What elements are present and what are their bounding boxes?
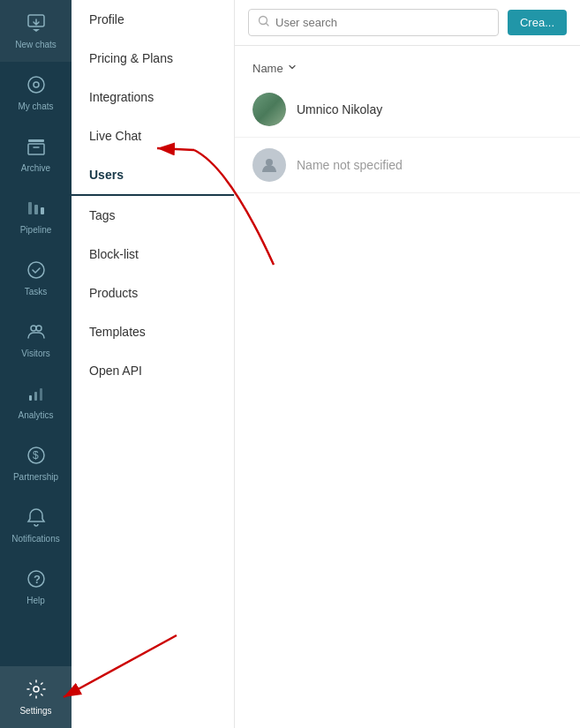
sidebar-item-analytics[interactable]: Analytics [0, 371, 72, 432]
table-row[interactable]: Umnico Nikolay [235, 82, 580, 138]
settings-menu-block-list[interactable]: Block-list [72, 235, 234, 274]
settings-menu-profile[interactable]: Profile [72, 0, 234, 39]
analytics-icon [26, 383, 47, 407]
sidebar-item-archive[interactable]: Archive [0, 124, 72, 185]
settings-menu-pricing[interactable]: Pricing & Plans [72, 39, 234, 78]
sidebar: New chats My chats Archive [0, 0, 72, 728]
pipeline-icon [26, 198, 47, 221]
svg-point-9 [31, 326, 36, 331]
user-search-input[interactable] [275, 16, 489, 29]
sidebar-item-analytics-label: Analytics [18, 410, 53, 421]
search-box[interactable] [248, 9, 499, 36]
svg-point-10 [36, 326, 41, 331]
visitors-icon [26, 321, 47, 345]
settings-menu-open-api[interactable]: Open API [72, 351, 234, 390]
sidebar-item-pipeline-label: Pipeline [20, 225, 52, 236]
sidebar-item-tasks-label: Tasks [25, 287, 48, 297]
name-filter[interactable]: Name [235, 55, 580, 82]
name-filter-label: Name [252, 62, 283, 75]
svg-rect-12 [34, 392, 37, 401]
sidebar-item-visitors-label: Visitors [21, 349, 50, 359]
my-chats-icon [26, 74, 47, 98]
avatar [252, 148, 286, 182]
main-content: Crea... Name Umnico Nikolay [235, 0, 580, 728]
user-name: Umnico Nikolay [297, 102, 382, 116]
settings-menu-integrations[interactable]: Integrations [72, 78, 234, 116]
sidebar-item-my-chats-label: My chats [18, 101, 53, 112]
settings-menu-templates[interactable]: Templates [72, 312, 234, 351]
svg-text:$: $ [33, 449, 39, 462]
create-button[interactable]: Crea... [508, 10, 567, 35]
svg-rect-3 [28, 139, 44, 142]
sidebar-item-partnership-label: Partnership [13, 472, 58, 483]
sidebar-item-settings[interactable]: Settings [0, 666, 72, 728]
help-icon: ? [26, 568, 47, 592]
search-icon [258, 15, 270, 30]
svg-point-18 [34, 687, 39, 692]
notifications-icon [26, 507, 47, 530]
settings-menu-live-chat[interactable]: Live Chat [72, 116, 234, 155]
archive-icon [26, 136, 47, 160]
sidebar-item-new-chats-label: New chats [15, 40, 56, 50]
svg-rect-13 [40, 388, 42, 401]
sidebar-item-help[interactable]: ? Help [0, 556, 72, 618]
svg-point-1 [28, 77, 44, 93]
sidebar-item-archive-label: Archive [21, 163, 50, 174]
svg-rect-11 [29, 395, 32, 401]
user-name-unspecified: Name not specified [297, 158, 403, 172]
sidebar-item-new-chats[interactable]: New chats [0, 0, 72, 62]
table-row[interactable]: Name not specified [235, 138, 580, 193]
svg-rect-5 [28, 202, 32, 214]
svg-rect-7 [41, 207, 44, 214]
sidebar-item-visitors[interactable]: Visitors [0, 309, 72, 371]
settings-icon [26, 679, 47, 702]
svg-text:?: ? [34, 573, 41, 586]
sidebar-item-tasks[interactable]: Tasks [0, 247, 72, 309]
sidebar-item-help-label: Help [26, 596, 45, 606]
sidebar-item-notifications[interactable]: Notifications [0, 494, 72, 556]
settings-menu-products[interactable]: Products [72, 274, 234, 312]
sidebar-item-settings-label: Settings [19, 706, 51, 717]
sidebar-item-my-chats[interactable]: My chats [0, 62, 72, 124]
sidebar-item-partnership[interactable]: $ Partnership [0, 432, 72, 494]
svg-rect-4 [28, 144, 44, 154]
svg-point-20 [266, 159, 273, 166]
settings-menu-panel: Profile Pricing & Plans Integrations Liv… [72, 0, 235, 728]
users-list: Name Umnico Nikolay Name not specifi [235, 46, 580, 202]
settings-menu-tags[interactable]: Tags [72, 196, 234, 235]
partnership-icon: $ [26, 445, 47, 469]
sidebar-item-pipeline[interactable]: Pipeline [0, 185, 72, 247]
settings-menu-users[interactable]: Users [72, 155, 234, 196]
chevron-down-icon [287, 62, 298, 75]
new-chats-icon [26, 12, 47, 36]
main-header: Crea... [235, 0, 580, 46]
avatar [252, 93, 286, 126]
tasks-icon [26, 259, 47, 283]
svg-point-8 [28, 262, 44, 278]
sidebar-item-notifications-label: Notifications [11, 534, 59, 544]
svg-point-2 [34, 82, 39, 87]
svg-rect-6 [34, 205, 38, 214]
